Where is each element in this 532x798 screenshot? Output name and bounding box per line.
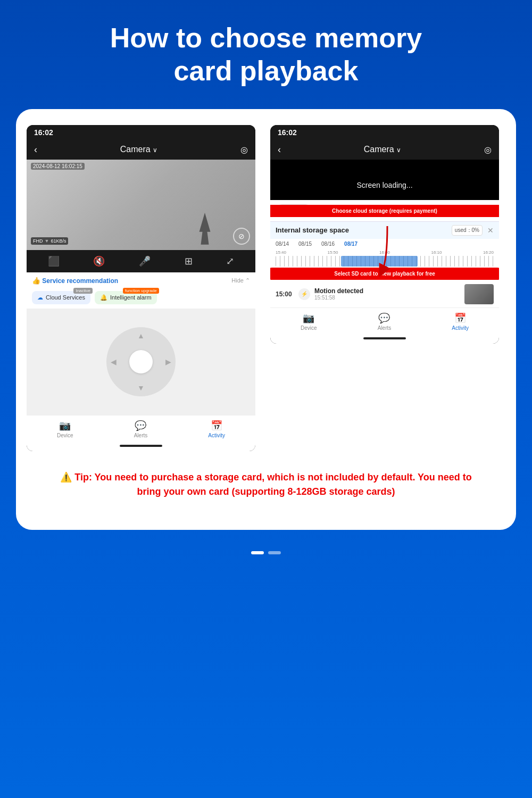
sd-callout: Select SD card to view playback for free bbox=[270, 268, 499, 280]
right-phone-header: 16:02 bbox=[270, 125, 499, 140]
used-badge: used：0% bbox=[452, 225, 483, 236]
nav-device[interactable]: 📷 Device bbox=[57, 420, 73, 438]
event-time: 15:00 bbox=[276, 290, 294, 298]
service-label: 👍 Service recommendation bbox=[32, 277, 118, 285]
home-bar-left bbox=[120, 445, 162, 447]
cloud-callout: Choose cloud storage (requires payment) bbox=[270, 205, 499, 217]
loading-text: Screen loading... bbox=[276, 181, 494, 189]
right-time: 16:02 bbox=[278, 128, 297, 137]
alerts-icon: 💬 bbox=[135, 420, 146, 431]
left-phone-wrapper: 16:02 ‹ Camera ∨ ◎ 2024-08-12 16:02:15 ⊘ bbox=[27, 125, 262, 451]
tick-bar[interactable] bbox=[276, 256, 494, 267]
dpad-right[interactable]: ▶ bbox=[165, 358, 171, 366]
motion-event-info: Motion detected 15:51:58 bbox=[314, 287, 460, 301]
right-nav-alerts[interactable]: 💬 Alerts bbox=[378, 312, 392, 331]
tip-section: ⚠️ Tip: You need to purchase a storage c… bbox=[37, 461, 495, 509]
tree-silhouette bbox=[197, 213, 213, 245]
right-phone-nav: ‹ Camera ∨ ◎ bbox=[270, 140, 499, 160]
right-device-icon: 📷 bbox=[303, 312, 314, 324]
right-alerts-icon: 💬 bbox=[378, 312, 390, 324]
title-line2: card playback bbox=[174, 55, 359, 86]
loading-screen: Screen loading... bbox=[270, 160, 499, 200]
page-dots bbox=[0, 546, 532, 565]
right-nav-device[interactable]: 📷 Device bbox=[301, 312, 317, 331]
service-rec: 👍 Service recommendation Hide ⌃ bbox=[27, 272, 255, 289]
left-back-icon[interactable]: ‹ bbox=[34, 144, 37, 155]
service-badges: ☁ Cloud Services Inactive 🔔 Intelligent … bbox=[27, 289, 255, 309]
fhd-badge: FHD ▼ 61KB/s bbox=[31, 237, 68, 245]
dpad-down[interactable]: ▼ bbox=[137, 384, 145, 392]
dot-2[interactable] bbox=[268, 551, 281, 554]
right-bottom-nav: 📷 Device 💬 Alerts 📅 Activity bbox=[270, 307, 499, 333]
main-title: How to choose memory card playback bbox=[0, 0, 532, 104]
right-nav-activity[interactable]: 📅 Activity bbox=[452, 312, 469, 331]
dpad-area: ▲ ▼ ◀ ▶ bbox=[27, 309, 255, 415]
left-settings-icon[interactable]: ◎ bbox=[240, 145, 248, 155]
hide-btn[interactable]: Hide ⌃ bbox=[231, 277, 250, 284]
crop-btn[interactable]: ⊞ bbox=[185, 255, 193, 267]
close-btn[interactable]: ✕ bbox=[487, 226, 494, 235]
timeline-bar[interactable]: 15:40 15:50 16:00 16:10 16:20 bbox=[270, 249, 499, 269]
left-phone-nav: ‹ Camera ∨ ◎ bbox=[27, 140, 255, 160]
home-indicator-left bbox=[27, 440, 255, 451]
dpad-up[interactable]: ▲ bbox=[137, 331, 145, 340]
internal-storage-bar: Internal storage space used：0% ✕ bbox=[270, 221, 499, 239]
nav-alerts[interactable]: 💬 Alerts bbox=[134, 420, 148, 438]
right-back-icon[interactable]: ‹ bbox=[278, 144, 281, 155]
alarm-badge[interactable]: 🔔 Intelligent alarm function upgrade bbox=[95, 291, 157, 304]
cloud-services-badge[interactable]: ☁ Cloud Services Inactive bbox=[32, 291, 90, 304]
right-phone-screen: 16:02 ‹ Camera ∨ ◎ Screen loading... bbox=[270, 125, 499, 344]
camera-controls: ⬛ 🔇 🎤 ⊞ ⤢ bbox=[27, 250, 255, 272]
mic-btn[interactable]: 🎤 bbox=[139, 255, 151, 267]
filter-icon[interactable]: ⊘ bbox=[233, 228, 250, 245]
dot-1[interactable] bbox=[251, 551, 264, 554]
left-phone-screen: 16:02 ‹ Camera ∨ ◎ 2024-08-12 16:02:15 ⊘ bbox=[27, 125, 255, 451]
left-camera-label: Camera ∨ bbox=[120, 145, 157, 154]
screens-container: 16:02 ‹ Camera ∨ ◎ 2024-08-12 16:02:15 ⊘ bbox=[27, 125, 505, 451]
internal-storage-title: Internal storage space bbox=[276, 226, 349, 234]
event-timestamp: 15:51:58 bbox=[314, 295, 460, 301]
motion-event-row[interactable]: 15:00 ⚡ Motion detected 15:51:58 bbox=[270, 281, 499, 307]
timeline-dates: 08/14 08/15 08/16 08/17 bbox=[270, 239, 499, 249]
dpad-center[interactable] bbox=[129, 350, 153, 373]
nav-activity[interactable]: 📅 Activity bbox=[208, 420, 225, 438]
right-camera-chevron: ∨ bbox=[396, 146, 401, 154]
cloud-icon: ☁ bbox=[37, 294, 43, 301]
dpad[interactable]: ▲ ▼ ◀ ▶ bbox=[106, 327, 176, 396]
speaker-btn[interactable]: 🔇 bbox=[93, 255, 105, 267]
right-camera-label: Camera ∨ bbox=[364, 145, 401, 154]
right-activity-icon: 📅 bbox=[454, 312, 466, 324]
left-bottom-nav: 📷 Device 💬 Alerts 📅 Activity bbox=[27, 415, 255, 440]
motion-thumbnail bbox=[464, 284, 494, 304]
left-time: 16:02 bbox=[34, 128, 53, 137]
title-line1: How to choose memory bbox=[110, 22, 422, 53]
left-phone-header: 16:02 bbox=[27, 125, 255, 140]
event-title: Motion detected bbox=[314, 287, 460, 295]
record-btn[interactable]: ⬛ bbox=[48, 255, 60, 267]
activity-icon: 📅 bbox=[211, 420, 222, 431]
tip-text: ⚠️ Tip: You need to purchase a storage c… bbox=[48, 470, 484, 499]
tip-icon: ⚠️ bbox=[60, 472, 72, 483]
device-icon: 📷 bbox=[59, 420, 71, 431]
blue-segment bbox=[341, 256, 418, 267]
camera-chevron: ∨ bbox=[153, 146, 157, 154]
timeline-ticks: 15:40 15:50 16:00 16:10 16:20 bbox=[276, 250, 494, 256]
home-indicator-right bbox=[270, 333, 499, 344]
camera-timestamp: 2024-08-12 16:02:15 bbox=[31, 163, 85, 170]
dpad-left[interactable]: ◀ bbox=[111, 358, 117, 366]
camera-feed: 2024-08-12 16:02:15 ⊘ FHD ▼ 61KB/s bbox=[27, 160, 255, 250]
motion-icon: ⚡ bbox=[298, 288, 310, 300]
fullscreen-btn[interactable]: ⤢ bbox=[226, 255, 234, 267]
home-bar-right bbox=[363, 337, 406, 339]
right-phone-wrapper: 16:02 ‹ Camera ∨ ◎ Screen loading... bbox=[270, 125, 505, 451]
alarm-icon: 🔔 bbox=[100, 294, 107, 301]
white-card: 16:02 ‹ Camera ∨ ◎ 2024-08-12 16:02:15 ⊘ bbox=[16, 109, 516, 530]
right-settings-icon[interactable]: ◎ bbox=[484, 145, 492, 155]
